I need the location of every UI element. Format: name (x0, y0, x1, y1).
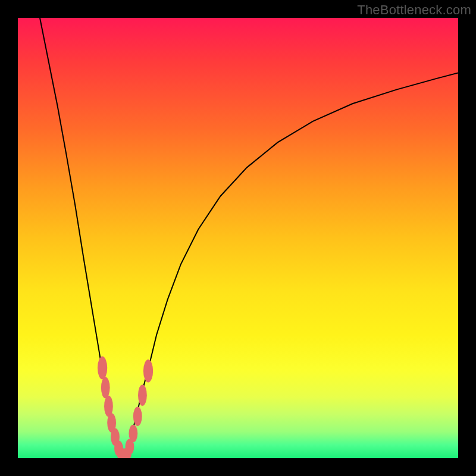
watermark-text: TheBottleneck.com (357, 2, 471, 18)
curve-right-branch (126, 73, 458, 455)
chart-svg (18, 18, 458, 458)
data-marker-12 (143, 359, 153, 382)
data-marker-11 (138, 384, 147, 406)
marker-group (98, 356, 153, 458)
data-marker-10 (133, 406, 142, 426)
data-marker-0 (98, 356, 107, 379)
data-marker-9 (129, 425, 137, 443)
data-marker-1 (101, 377, 110, 399)
chart-frame: TheBottleneck.com (0, 0, 476, 476)
plot-area (18, 18, 458, 458)
